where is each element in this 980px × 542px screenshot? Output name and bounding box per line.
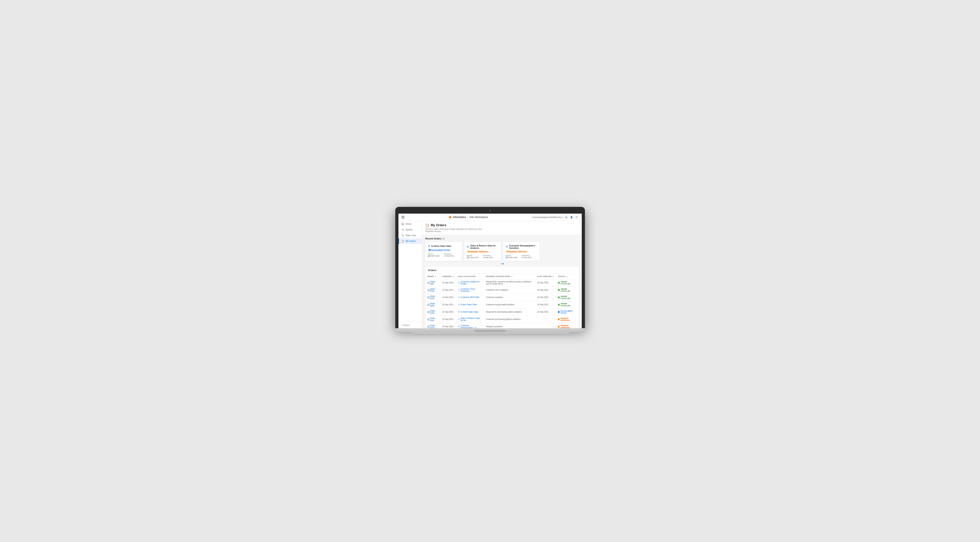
svg-text:≋: ≋ [506, 246, 508, 248]
cell-dc-3: ≋ Online Sales Data [456, 301, 484, 308]
cell-status-0: ORDER FULFILLED [556, 279, 578, 286]
status-icon-fulfillment [558, 311, 560, 313]
order-cycle-icon-5: 🔄 [427, 318, 430, 320]
sidebar-collapse-button[interactable]: ‹ Collapse [398, 322, 422, 328]
cell-updated-6 [535, 323, 556, 328]
col-last-updated[interactable]: LAST UPDATED ⇅ [535, 274, 556, 279]
content-area: 📋 My Orders View the orders and status o… [422, 221, 582, 328]
page-title-row: 📋 My Orders [425, 223, 579, 227]
order-cycle-icon-6: 🔄 [427, 326, 430, 328]
status-icon-pending [558, 326, 560, 328]
order-cycle-icon-3: 🔄 [427, 304, 430, 306]
cell-order-4: 🔄 Order-4c9d [425, 308, 441, 316]
col-ordered[interactable]: ORDERED ⇅ [440, 274, 456, 279]
recent-order-card-2[interactable]: ≋ Sales & Returns Data for Analysis ! PE… [464, 242, 501, 261]
dc-link-1[interactable]: ≋ Customer Chum Prediction ... [458, 288, 482, 292]
cell-order-6: 🔄 Order-ea30 [425, 323, 441, 328]
cell-updated-0: 16 Sep 2021 [535, 279, 556, 286]
sidebar-item-home[interactable]: 🏠 Home [398, 221, 422, 227]
table-row: 🔄 Order-ea30 16 Sep 2021 ≋ Customer Demo… [425, 323, 579, 328]
card-3-order-value: 🔄 Order-ea30 [506, 257, 521, 258]
svg-text:!: ! [507, 251, 508, 252]
col-status[interactable]: STATUS ⇅ [556, 274, 578, 279]
dc-link-3[interactable]: ≋ Online Sales Data [458, 303, 482, 306]
grid-icon[interactable] [402, 216, 404, 218]
cell-ordered-1: 16 Sep 2021 [440, 286, 456, 293]
cell-status-4: FULFILLMENT STAGE [556, 308, 578, 316]
status-icon-fulfilled [558, 289, 560, 291]
logo-divider [468, 216, 468, 218]
col-business-justification[interactable]: BUSINESS JUSTIFICATION ⇅ [484, 274, 535, 279]
sidebar-item-home-label: Home [406, 223, 412, 225]
orders-tbody: 🔄 Order-c46c 16 Sep 2021 ≋ Customer Insi… [425, 279, 579, 328]
card-1-ordered-value: 16 Sep 2021 [444, 255, 460, 257]
cell-bj-3: Customer buying habits analysis [484, 301, 535, 308]
dc-link-5[interactable]: ≋ Sales & Returns Data for An... [458, 317, 482, 322]
top-bar-right: mmodi-qastaging-fromselfservice ▾ 🔍 👤 ? [532, 215, 578, 219]
sort-icon-updated: ⇅ [552, 276, 554, 277]
card-1-ordered-label: ORDERED [444, 253, 460, 255]
page-subtitle: View the orders and status of data colle… [425, 228, 485, 233]
sort-icon-bj: ⇅ [511, 276, 512, 277]
order-link-2[interactable]: 🔄 Order-5cc8 [427, 295, 439, 300]
carousel-dot-1[interactable] [500, 263, 501, 265]
recent-orders-info-icon[interactable]: i [442, 237, 445, 240]
sidebar-item-my-orders[interactable]: 📋 My Orders [398, 238, 422, 244]
cell-ordered-0: 16 Sep 2021 [440, 279, 456, 286]
svg-text:≋: ≋ [458, 326, 460, 327]
status-icon-pending [558, 318, 560, 320]
help-icon-button[interactable]: ? [575, 215, 578, 219]
sort-icon-ordered: ⇅ [453, 276, 454, 277]
sidebar-item-data-i-use[interactable]: 🔍 Data I Use [398, 233, 422, 238]
sidebar-item-search[interactable]: 🔍 Search [398, 227, 422, 233]
carousel-dot-2[interactable] [502, 263, 504, 265]
card-1-dc-icon: ≋ [428, 244, 430, 247]
col-order[interactable]: ORDER ⇅ [425, 274, 441, 279]
order-link-4[interactable]: 🔄 Order-4c9d [427, 310, 439, 314]
search-icon-button[interactable]: 🔍 [565, 215, 568, 219]
order-link-6[interactable]: 🔄 Order-ea30 [427, 324, 439, 328]
informatica-logo-icon [449, 215, 452, 219]
chevron-down-icon: ▾ [562, 216, 563, 218]
order-cycle-icon-4: 🔄 [427, 311, 430, 313]
card-2-status: ! PENDING APPROVAL [466, 250, 490, 253]
dc-icon-0: ≋ [458, 281, 460, 284]
table-row: 🔄 Order-c46c 16 Sep 2021 ≋ Customer Insi… [425, 279, 579, 286]
order-link-3[interactable]: 🔄 Order-3a4b [427, 303, 439, 307]
page-title-icon: 📋 [425, 223, 429, 227]
svg-text:≋: ≋ [458, 319, 460, 320]
dc-link-0[interactable]: ≋ Customer Insights for Predic... [458, 281, 482, 285]
brand-name: Informatica [453, 216, 466, 218]
dc-link-6[interactable]: ≋ Customer Demographics - S... [458, 324, 482, 328]
cell-updated-5 [535, 316, 556, 323]
order-cycle-icon-0: 🔄 [427, 282, 430, 284]
page-header: 📋 My Orders View the orders and status o… [422, 221, 582, 235]
cell-order-5: 🔄 Order-e1dc [425, 316, 441, 323]
cell-status-6: PENDING APPROVAL [556, 323, 578, 328]
order-link-0[interactable]: 🔄 Order-c46c [427, 281, 439, 285]
col-data-collection: DATA COLLECTION [456, 274, 484, 279]
card-3-status: ! PENDING APPROVAL [506, 250, 528, 253]
home-icon: 🏠 [401, 223, 404, 225]
laptop-base [395, 328, 585, 332]
user-icon-button[interactable]: 👤 [570, 215, 573, 219]
recent-order-card-1[interactable]: ≋ In-Store Sales Data i FULFILLMENT STAG… [425, 242, 462, 261]
order-link-5[interactable]: 🔄 Order-e1dc [427, 317, 439, 322]
dc-link-2[interactable]: ≋ Customer 360 Profile [458, 296, 482, 298]
cell-dc-1: ≋ Customer Chum Prediction ... [456, 286, 484, 293]
card-1-title: ≋ In-Store Sales Data [428, 244, 460, 247]
card-2-dc-icon: ≋ [466, 245, 469, 249]
orders-table: ORDER ⇅ ORDERED ⇅ DATA COLLE [425, 274, 579, 328]
cell-dc-4: ≋ In-Store Sales Data [456, 308, 484, 316]
dc-link-4[interactable]: ≋ In-Store Sales Data [458, 311, 482, 313]
cell-bj-5: Customer purchasing patterns analytics [484, 316, 535, 323]
top-bar-center: Informatica Data Marketplace [449, 215, 488, 219]
cell-status-1: ORDER FULFILLED [556, 286, 578, 293]
user-menu[interactable]: mmodi-qastaging-fromselfservice ▾ [532, 216, 563, 218]
order-link-1[interactable]: 🔄 Order-87bb [427, 288, 439, 292]
cell-status-5: PENDING APPROVAL [556, 316, 578, 323]
cell-order-1: 🔄 Order-87bb [425, 286, 441, 293]
svg-text:!: ! [468, 251, 469, 252]
recent-order-card-3[interactable]: ≋ Customer Demographics - Sensitive ! PE… [503, 242, 540, 261]
svg-text:≋: ≋ [458, 282, 460, 283]
